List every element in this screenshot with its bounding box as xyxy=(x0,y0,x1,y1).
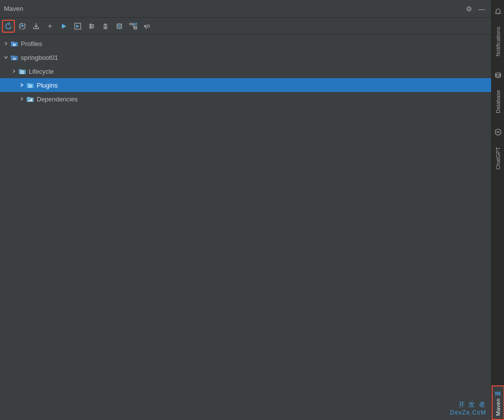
maven-tab-label: Maven xyxy=(495,398,501,416)
tree-item-dependencies[interactable]: Dependencies xyxy=(0,92,491,106)
chevron-plugins xyxy=(18,81,26,89)
maven-tab[interactable]: m Maven xyxy=(492,385,504,420)
minimize-button[interactable]: — xyxy=(476,3,487,14)
panel-title: Maven xyxy=(4,5,23,12)
svg-marker-7 xyxy=(76,25,79,28)
svg-point-41 xyxy=(22,72,23,73)
dependencies-icon xyxy=(26,94,35,103)
watermark-line1: 开 发 者 xyxy=(450,400,486,409)
springboot01-icon: m xyxy=(10,53,19,62)
plugins-icon xyxy=(26,81,35,90)
maven-settings-button[interactable] xyxy=(141,20,153,33)
download-sources-button[interactable] xyxy=(30,20,43,33)
sidebar-item-database[interactable] xyxy=(492,65,504,85)
toolbar: + xyxy=(0,18,491,35)
run-config-button[interactable] xyxy=(71,20,84,33)
watermark: 开 发 者 DevZe.CoM xyxy=(450,400,486,416)
watermark-line2: DevZe.CoM xyxy=(450,409,486,416)
svg-text:m: m xyxy=(13,56,16,61)
svg-rect-49 xyxy=(30,99,31,101)
toggle-offline-button[interactable] xyxy=(85,20,98,33)
svg-marker-5 xyxy=(62,24,66,29)
right-sidebar: Notifications Database ChatGPT m Maven xyxy=(491,0,504,420)
chevron-springboot01 xyxy=(2,53,10,61)
svg-rect-50 xyxy=(31,98,32,101)
sidebar-item-notifications[interactable] xyxy=(492,2,504,22)
tree-item-springboot01[interactable]: m springboot01 xyxy=(0,50,491,64)
maven-tree: M Profiles m springboot01 xyxy=(0,35,491,420)
database-label[interactable]: Database xyxy=(493,85,503,118)
chevron-profiles xyxy=(2,40,10,47)
lifecycle-icon xyxy=(18,67,27,76)
settings-button[interactable]: ⚙ xyxy=(463,3,474,14)
svg-rect-39 xyxy=(19,69,22,71)
svg-point-52 xyxy=(496,73,501,75)
title-bar: Maven ⚙ — xyxy=(0,0,491,18)
reimport-button[interactable] xyxy=(16,20,29,33)
run-button[interactable] xyxy=(57,20,70,33)
notifications-label[interactable]: Notifications xyxy=(493,22,503,61)
reload-button[interactable] xyxy=(2,20,15,33)
dependencies-label: Dependencies xyxy=(37,95,78,103)
svg-rect-47 xyxy=(27,97,30,98)
sidebar-item-chatgpt[interactable] xyxy=(492,122,504,142)
svg-rect-48 xyxy=(28,100,29,101)
svg-point-53 xyxy=(495,129,501,135)
tree-item-plugins[interactable]: Plugins xyxy=(0,78,491,92)
springboot01-label: springboot01 xyxy=(21,54,58,61)
svg-line-18 xyxy=(121,24,122,25)
svg-rect-21 xyxy=(130,23,132,25)
lifecycle-label: Lifecycle xyxy=(29,68,54,75)
svg-rect-43 xyxy=(27,83,30,85)
svg-rect-24 xyxy=(134,28,137,29)
svg-text:M: M xyxy=(13,43,16,47)
skip-tests-button[interactable] xyxy=(99,20,112,33)
svg-point-45 xyxy=(30,86,31,87)
profiles-label: Profiles xyxy=(21,40,42,47)
chevron-dependencies xyxy=(18,95,26,103)
chevron-lifecycle xyxy=(10,67,18,75)
tree-item-profiles[interactable]: M Profiles xyxy=(0,37,491,50)
svg-line-19 xyxy=(121,28,122,29)
add-button[interactable]: + xyxy=(44,20,56,33)
tree-item-lifecycle[interactable]: Lifecycle xyxy=(0,64,491,78)
profiles-icon: M xyxy=(10,39,19,48)
plugins-label: Plugins xyxy=(37,82,58,89)
show-tree-button[interactable] xyxy=(127,20,140,33)
svg-line-20 xyxy=(117,28,118,29)
svg-rect-22 xyxy=(134,23,137,25)
svg-line-17 xyxy=(117,24,118,25)
analyze-button[interactable] xyxy=(113,20,126,33)
chatgpt-label[interactable]: ChatGPT xyxy=(493,142,503,175)
svg-point-16 xyxy=(118,25,120,27)
maven-m-icon: m xyxy=(495,389,501,397)
